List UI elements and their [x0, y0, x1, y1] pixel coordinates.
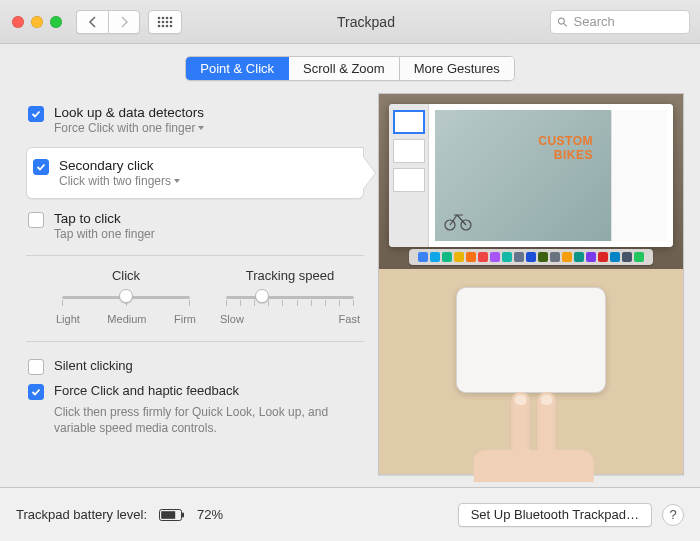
option-force-click-desc: Click then press firmly for Quick Look, … [54, 405, 344, 436]
svg-rect-18 [182, 512, 184, 517]
svg-point-2 [166, 16, 169, 19]
option-force-click[interactable]: Force Click and haptic feedback [28, 379, 364, 404]
preview-app-window [389, 104, 673, 247]
preview-trackpad-area [379, 269, 683, 474]
grid-icon [157, 16, 173, 28]
option-secondary-submenu[interactable]: Click with two fingers [59, 174, 180, 188]
option-lookup[interactable]: Look up & data detectors Force Click wit… [26, 97, 364, 143]
trackpad-device-icon [456, 287, 606, 393]
svg-point-4 [158, 20, 161, 23]
slider-click-label-firm: Firm [174, 313, 196, 325]
search-field[interactable] [550, 10, 690, 34]
svg-point-11 [170, 24, 173, 27]
svg-point-5 [162, 20, 165, 23]
checkbox-lookup[interactable] [28, 106, 44, 122]
slider-click-label-medium: Medium [107, 313, 146, 325]
svg-point-10 [166, 24, 169, 27]
gesture-preview: CUSTOM BIKES [378, 93, 684, 475]
title-bar: Trackpad [0, 0, 700, 44]
option-force-click-label: Force Click and haptic feedback [54, 383, 239, 398]
svg-point-8 [158, 24, 161, 27]
preview-thumbnail [393, 139, 425, 163]
svg-point-9 [162, 24, 165, 27]
slider-tracking-label-slow: Slow [220, 313, 244, 325]
tabs-segmented-control: Point & Click Scroll & Zoom More Gesture… [0, 44, 700, 81]
svg-point-3 [170, 16, 173, 19]
preview-overlay-line2: BIKES [554, 148, 593, 162]
slider-click-knob[interactable] [119, 289, 133, 303]
battery-icon [159, 509, 185, 521]
option-lookup-title: Look up & data detectors [54, 105, 204, 120]
check-icon [31, 387, 41, 397]
zoom-window-icon[interactable] [50, 16, 62, 28]
chevron-left-icon [88, 16, 98, 28]
forward-button[interactable] [108, 10, 140, 34]
nav-back-forward [76, 10, 140, 34]
minimize-window-icon[interactable] [31, 16, 43, 28]
slider-tracking-title: Tracking speed [220, 268, 360, 283]
option-silent-clicking[interactable]: Silent clicking [28, 354, 364, 379]
setup-bluetooth-trackpad-button[interactable]: Set Up Bluetooth Trackpad… [458, 503, 652, 527]
slider-click-track[interactable] [62, 296, 190, 299]
slider-click-title: Click [56, 268, 196, 283]
chevron-right-icon [119, 16, 129, 28]
preview-thumbnail [393, 110, 425, 134]
svg-rect-17 [161, 511, 175, 519]
svg-line-13 [564, 23, 567, 26]
show-all-button[interactable] [148, 10, 182, 34]
checkbox-secondary-click[interactable] [33, 159, 49, 175]
slider-click-label-light: Light [56, 313, 80, 325]
slider-tracking-track[interactable] [226, 296, 354, 299]
gesture-options-list: Look up & data detectors Force Click wit… [26, 91, 364, 256]
slider-tracking-label-fast: Fast [339, 313, 360, 325]
option-silent-label: Silent clicking [54, 358, 133, 373]
option-secondary-click[interactable]: Secondary click Click with two fingers [26, 147, 364, 199]
option-tap-title: Tap to click [54, 211, 155, 226]
bike-icon [443, 211, 473, 231]
back-button[interactable] [76, 10, 108, 34]
option-lookup-submenu[interactable]: Force Click with one finger [54, 121, 204, 135]
hand-icon [469, 392, 599, 482]
option-secondary-click-title: Secondary click [59, 158, 180, 173]
battery-label: Trackpad battery level: [16, 507, 147, 522]
help-button[interactable]: ? [662, 504, 684, 526]
chevron-down-icon [198, 126, 204, 130]
preview-thumbnail [393, 168, 425, 192]
svg-point-7 [170, 20, 173, 23]
tab-more-gestures[interactable]: More Gestures [400, 57, 514, 80]
search-icon [557, 16, 568, 28]
svg-point-6 [166, 20, 169, 23]
check-icon [36, 162, 46, 172]
svg-point-1 [162, 16, 165, 19]
close-window-icon[interactable] [12, 16, 24, 28]
battery-percent: 72% [197, 507, 223, 522]
svg-point-12 [558, 18, 564, 24]
tab-scroll-zoom[interactable]: Scroll & Zoom [289, 57, 400, 80]
bottom-options: Silent clicking Force Click and haptic f… [26, 342, 364, 436]
option-tap-to-click[interactable]: Tap to click Tap with one finger [26, 203, 364, 249]
check-icon [31, 109, 41, 119]
footer-bar: Trackpad battery level: 72% Set Up Bluet… [0, 487, 700, 541]
option-tap-sub: Tap with one finger [54, 227, 155, 241]
preview-desktop: CUSTOM BIKES [379, 94, 683, 269]
svg-point-0 [158, 16, 161, 19]
checkbox-silent-clicking[interactable] [28, 359, 44, 375]
checkbox-force-click[interactable] [28, 384, 44, 400]
slider-click: Click Light Medium Firm [56, 268, 196, 325]
chevron-down-icon [174, 179, 180, 183]
tab-point-click[interactable]: Point & Click [186, 57, 289, 80]
sliders-section: Click Light Medium Firm Tracking speed [26, 256, 364, 342]
window-controls [12, 16, 62, 28]
slider-tracking-knob[interactable] [255, 289, 269, 303]
slider-tracking: Tracking speed Slow Fast [220, 268, 360, 325]
window-title: Trackpad [190, 14, 542, 30]
preview-overlay-line1: CUSTOM [538, 134, 593, 148]
search-input[interactable] [572, 13, 683, 30]
preview-dock [409, 249, 653, 265]
checkbox-tap-to-click[interactable] [28, 212, 44, 228]
